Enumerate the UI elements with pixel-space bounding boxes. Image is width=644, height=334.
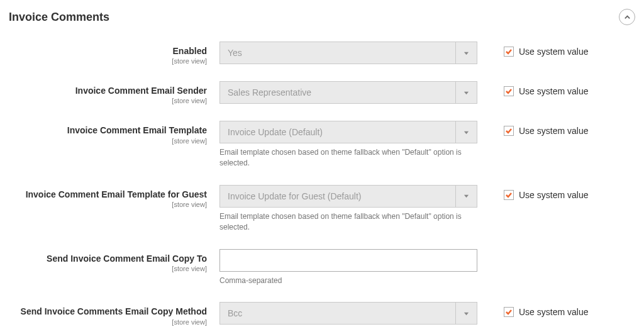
label-col: Enabled [store view] [9,42,219,65]
label-col: Send Invoice Comment Email Copy To [stor… [9,249,219,272]
check-icon [505,127,513,135]
use-system-label: Use system value [519,86,588,96]
scope-label: [store view] [9,57,207,65]
select-arrow [455,42,477,64]
field-note: Comma-separated [219,276,477,286]
select-arrow [455,186,477,207]
select-value: Invoice Update (Default) [228,127,323,137]
label-col: Invoice Comment Email Template for Guest… [9,185,219,208]
invoice-comments-section: Invoice Comments Enabled [store view] Ye… [0,0,644,334]
select-value: Bcc [228,308,242,318]
collapse-toggle[interactable] [619,9,635,25]
section-title: Invoice Comments [9,11,109,24]
field-label: Invoice Comment Email Sender [75,86,207,96]
field-col: Bcc [219,302,477,325]
use-system-label: Use system value [519,190,588,200]
row-template-guest: Invoice Comment Email Template for Guest… [9,177,635,233]
row-copy-to: Send Invoice Comment Email Copy To [stor… [9,242,635,286]
svg-marker-0 [464,52,469,55]
caret-down-icon [464,193,469,199]
field-col: Invoice Update for Guest (Default) Email… [219,185,477,233]
template-select[interactable]: Invoice Update (Default) [219,121,477,143]
copy-method-select[interactable]: Bcc [219,302,477,325]
system-value-col: Use system value [477,81,588,96]
caret-down-icon [464,311,469,316]
row-enabled: Enabled [store view] Yes Use system valu… [9,34,635,65]
system-value-col: Use system value [477,185,588,200]
system-value-col: Use system value [477,42,588,57]
check-icon [505,191,513,199]
system-value-col [477,249,504,254]
chevron-up-icon [624,14,631,21]
use-system-label: Use system value [519,126,588,136]
field-col: Invoice Update (Default) Email template … [219,121,477,169]
use-system-checkbox[interactable] [504,86,514,96]
use-system-label: Use system value [519,307,588,317]
field-label: Invoice Comment Email Template [67,125,207,135]
form-rows: Enabled [store view] Yes Use system valu… [9,34,635,326]
scope-label: [store view] [9,265,207,272]
copy-to-input[interactable] [219,249,477,272]
system-value-col: Use system value [477,121,588,136]
field-label: Enabled [173,46,207,56]
scope-label: [store view] [9,318,207,326]
row-sender: Invoice Comment Email Sender [store view… [9,74,635,104]
enabled-select[interactable]: Yes [219,42,477,64]
sender-select[interactable]: Sales Representative [219,81,477,104]
field-note: Email template chosen based on theme fal… [219,211,477,233]
select-arrow [455,121,477,143]
field-col: Comma-separated [219,249,477,286]
field-label: Send Invoice Comment Email Copy To [47,253,207,264]
field-note: Email template chosen based on theme fal… [219,147,477,169]
template-guest-select[interactable]: Invoice Update for Guest (Default) [219,185,477,208]
field-label: Send Invoice Comments Email Copy Method [21,306,207,316]
select-arrow [455,303,477,324]
svg-marker-2 [464,131,469,135]
select-value: Invoice Update for Guest (Default) [228,191,361,201]
section-header: Invoice Comments [9,6,635,34]
row-copy-method: Send Invoice Comments Email Copy Method … [9,294,635,325]
select-value: Sales Representative [228,87,311,97]
check-icon [505,87,513,95]
use-system-checkbox[interactable] [504,307,514,317]
label-col: Send Invoice Comments Email Copy Method … [9,302,219,325]
scope-label: [store view] [9,137,207,145]
select-value: Yes [228,48,242,58]
scope-label: [store view] [9,97,207,104]
use-system-label: Use system value [519,47,588,57]
field-col: Yes [219,42,477,64]
field-col: Sales Representative [219,81,477,104]
use-system-checkbox[interactable] [504,47,514,57]
label-col: Invoice Comment Email Sender [store view… [9,81,219,104]
caret-down-icon [464,50,469,56]
field-label: Invoice Comment Email Template for Guest [26,189,207,199]
svg-marker-4 [464,313,469,316]
check-icon [505,48,513,55]
use-system-checkbox[interactable] [504,190,514,200]
svg-marker-1 [464,91,469,94]
row-template: Invoice Comment Email Template [store vi… [9,113,635,169]
caret-down-icon [464,90,469,96]
system-value-col: Use system value [477,302,588,317]
check-icon [505,308,513,316]
label-col: Invoice Comment Email Template [store vi… [9,121,219,144]
select-arrow [455,82,477,103]
scope-label: [store view] [9,201,207,208]
svg-marker-3 [464,195,469,198]
use-system-checkbox[interactable] [504,126,514,136]
caret-down-icon [464,130,469,135]
